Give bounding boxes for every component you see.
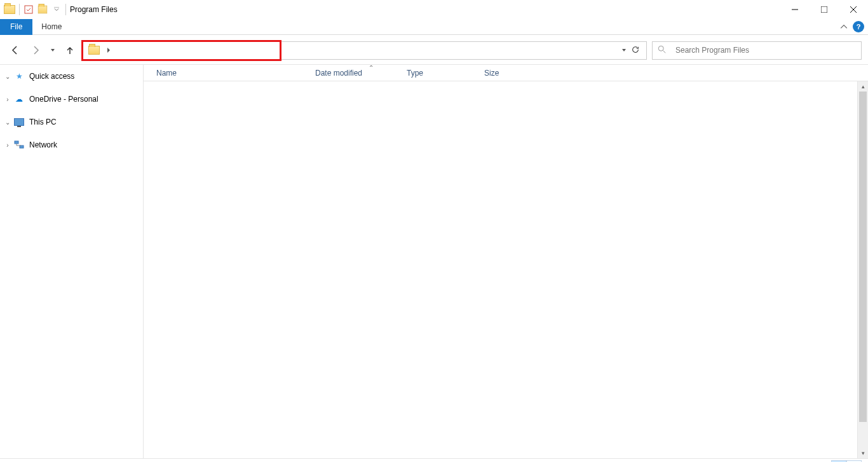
star-icon: ★	[14, 71, 24, 81]
search-input[interactable]	[674, 45, 856, 55]
nav-label: This PC	[29, 118, 57, 126]
chevron-down-icon[interactable]: ⌄	[4, 119, 11, 126]
nav-network[interactable]: › Network	[0, 137, 143, 153]
address-history-icon[interactable]	[622, 49, 626, 51]
back-button[interactable]	[8, 43, 23, 58]
search-icon	[658, 45, 667, 56]
qat-properties-icon[interactable]	[24, 4, 34, 15]
close-button[interactable]	[839, 0, 868, 19]
column-header-size[interactable]: Size	[484, 69, 535, 78]
cloud-icon: ☁	[14, 94, 24, 104]
file-tab[interactable]: File	[0, 19, 32, 35]
help-icon[interactable]: ?	[853, 21, 864, 32]
network-icon	[14, 140, 24, 150]
navigation-bar	[0, 39, 868, 62]
navigation-pane: ⌄ ★ Quick access › ☁ OneDrive - Personal…	[0, 65, 144, 458]
chevron-right-icon[interactable]: ›	[4, 96, 11, 103]
up-button[interactable]	[62, 43, 78, 58]
svg-rect-0	[25, 6, 32, 13]
sort-indicator-icon: ⌃	[369, 64, 374, 71]
qat-customize-icon[interactable]	[51, 4, 62, 15]
nav-label: OneDrive - Personal	[29, 95, 98, 104]
column-header-date[interactable]: Date modified	[315, 69, 407, 78]
monitor-icon	[14, 117, 24, 127]
svg-rect-2	[821, 6, 827, 13]
nav-label: Network	[29, 140, 57, 149]
refresh-icon[interactable]	[631, 45, 640, 56]
svg-rect-8	[20, 146, 24, 148]
status-bar: 30 items 1 item selected	[0, 458, 868, 462]
scroll-up-icon[interactable]: ▴	[858, 81, 868, 92]
scroll-thumb[interactable]	[859, 92, 867, 422]
nav-quick-access[interactable]: ⌄ ★ Quick access	[0, 69, 143, 84]
nav-onedrive[interactable]: › ☁ OneDrive - Personal	[0, 92, 143, 107]
svg-point-5	[658, 46, 663, 51]
breadcrumb-root-arrow[interactable]	[102, 47, 115, 53]
scrollbar[interactable]: ▴ ▾	[857, 81, 868, 458]
maximize-button[interactable]	[810, 0, 839, 19]
address-folder-icon	[88, 46, 100, 55]
column-header-name[interactable]: Name	[154, 69, 315, 78]
qat-new-folder-icon[interactable]	[37, 4, 48, 15]
forward-button[interactable]	[28, 43, 43, 58]
view-details-button[interactable]	[831, 460, 846, 463]
file-list: ⌃ Name Date modified Type Size ▴ ▾	[144, 65, 868, 458]
address-bar[interactable]	[83, 41, 647, 60]
recent-locations-button[interactable]	[48, 43, 57, 58]
chevron-right-icon[interactable]: ›	[4, 142, 11, 149]
nav-this-pc[interactable]: ⌄ This PC	[0, 114, 143, 130]
title-bar: Program Files	[0, 0, 868, 19]
chevron-down-icon[interactable]: ⌄	[4, 73, 11, 80]
minimize-button[interactable]	[780, 0, 810, 19]
search-box[interactable]	[652, 41, 862, 60]
ribbon-toggle-icon[interactable]	[837, 20, 850, 33]
view-large-icons-button[interactable]	[846, 460, 862, 463]
app-icon	[4, 5, 15, 14]
nav-label: Quick access	[29, 72, 74, 81]
svg-rect-7	[15, 141, 18, 144]
ribbon-tabs: File Home ?	[0, 19, 868, 35]
window-title: Program Files	[70, 5, 118, 14]
scroll-down-icon[interactable]: ▾	[858, 448, 868, 458]
svg-line-6	[663, 50, 666, 53]
column-header-type[interactable]: Type	[407, 69, 484, 78]
column-headers: ⌃ Name Date modified Type Size	[144, 65, 868, 81]
menu-item-home[interactable]: Home	[32, 19, 71, 35]
